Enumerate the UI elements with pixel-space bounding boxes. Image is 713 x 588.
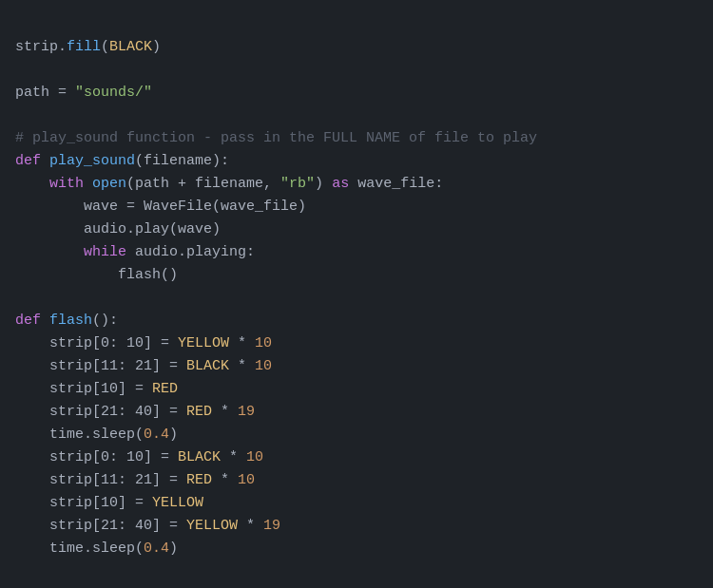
code-line: strip[10] = RED bbox=[15, 378, 698, 401]
code-token: YELLOW bbox=[178, 335, 229, 351]
code-token: strip[21: 40] = bbox=[15, 518, 186, 534]
code-token: 19 bbox=[238, 404, 255, 420]
code-token: BLACK bbox=[109, 39, 152, 55]
code-token: ) bbox=[152, 39, 161, 55]
code-token: (filename): bbox=[135, 153, 229, 169]
code-token: strip[10] = bbox=[15, 495, 152, 511]
code-line: while audio.playing: bbox=[15, 241, 698, 264]
code-line: with open(path + filename, "rb") as wave… bbox=[15, 173, 698, 196]
code-token: wave_file: bbox=[349, 176, 443, 192]
code-token bbox=[41, 313, 49, 329]
code-line bbox=[15, 104, 698, 127]
code-line: # play_sound function - pass in the FULL… bbox=[15, 127, 698, 150]
code-line: strip[21: 40] = YELLOW * 19 bbox=[15, 515, 698, 538]
code-token: * bbox=[229, 335, 255, 351]
code-token: (path + filename, bbox=[126, 176, 280, 192]
code-token: * bbox=[229, 358, 255, 374]
code-token: "rb" bbox=[280, 176, 315, 192]
code-token: RED bbox=[186, 404, 212, 420]
code-token: YELLOW bbox=[152, 495, 203, 511]
code-token: strip[11: 21] = bbox=[15, 358, 186, 374]
code-token: 10 bbox=[246, 449, 263, 465]
code-token: (): bbox=[92, 313, 118, 329]
code-token: play_sound bbox=[49, 153, 135, 169]
code-token: RED bbox=[186, 472, 212, 488]
code-token: audio.playing: bbox=[126, 244, 255, 260]
code-line: def flash(): bbox=[15, 310, 698, 332]
code-token: RED bbox=[152, 381, 178, 397]
code-line: strip[11: 21] = BLACK * 10 bbox=[15, 355, 698, 378]
code-token: 10 bbox=[255, 358, 272, 374]
code-token: wave = WaveFile(wave_file) bbox=[15, 199, 306, 215]
code-line: time.sleep(0.4) bbox=[15, 424, 698, 446]
code-token: . bbox=[58, 39, 67, 55]
code-line bbox=[15, 59, 698, 82]
code-token: * bbox=[212, 404, 238, 420]
code-token: ) bbox=[169, 427, 178, 443]
code-line: wave = WaveFile(wave_file) bbox=[15, 196, 698, 218]
code-token: BLACK bbox=[178, 449, 221, 465]
code-token: 19 bbox=[263, 518, 280, 534]
code-token: strip[11: 21] = bbox=[15, 472, 186, 488]
code-line: time.sleep(0.4) bbox=[15, 538, 698, 560]
code-token: "sounds/" bbox=[75, 85, 152, 101]
code-token: strip bbox=[15, 39, 58, 55]
code-token: flash() bbox=[15, 267, 178, 283]
code-token: 10 bbox=[238, 472, 255, 488]
code-token bbox=[15, 176, 49, 192]
code-token: def bbox=[15, 153, 41, 169]
code-token: time.sleep( bbox=[15, 427, 144, 443]
code-line: audio.play(wave) bbox=[15, 218, 698, 241]
code-token bbox=[41, 153, 49, 169]
code-token: while bbox=[84, 244, 126, 260]
code-line: strip[0: 10] = BLACK * 10 bbox=[15, 446, 698, 469]
code-token: # play_sound function - pass in the FULL… bbox=[15, 130, 537, 146]
code-token: 0.4 bbox=[144, 541, 169, 557]
code-token: as bbox=[332, 176, 349, 192]
code-token: strip[0: 10] = bbox=[15, 449, 178, 465]
code-token: ( bbox=[101, 39, 109, 55]
code-line: flash() bbox=[15, 264, 698, 287]
code-token: YELLOW bbox=[186, 518, 238, 534]
code-token: ) bbox=[169, 541, 178, 557]
code-editor: strip.fill(BLACK) path = "sounds/" # pla… bbox=[0, 9, 713, 564]
code-token: * bbox=[238, 518, 263, 534]
code-line: strip[21: 40] = RED * 19 bbox=[15, 401, 698, 424]
code-token: def bbox=[15, 313, 41, 329]
code-token: path bbox=[15, 85, 49, 101]
code-token: open bbox=[92, 176, 126, 192]
code-line: strip[11: 21] = RED * 10 bbox=[15, 469, 698, 492]
code-token: ) bbox=[315, 176, 332, 192]
code-token: with bbox=[49, 176, 84, 192]
code-token: strip[21: 40] = bbox=[15, 404, 186, 420]
code-token bbox=[15, 244, 84, 260]
code-token: * bbox=[221, 449, 246, 465]
code-line: def play_sound(filename): bbox=[15, 150, 698, 173]
code-token: 10 bbox=[255, 335, 272, 351]
code-token: flash bbox=[49, 313, 92, 329]
code-token: time.sleep( bbox=[15, 541, 144, 557]
code-line: strip[0: 10] = YELLOW * 10 bbox=[15, 332, 698, 355]
code-token: fill bbox=[67, 39, 101, 55]
code-token bbox=[84, 176, 92, 192]
code-token: 0.4 bbox=[144, 427, 169, 443]
code-token: BLACK bbox=[186, 358, 229, 374]
code-line: path = "sounds/" bbox=[15, 82, 698, 104]
code-line bbox=[15, 287, 698, 310]
code-line: strip[10] = YELLOW bbox=[15, 492, 698, 515]
code-token: strip[10] = bbox=[15, 381, 152, 397]
code-line: strip.fill(BLACK) bbox=[15, 36, 698, 59]
code-token: * bbox=[212, 472, 238, 488]
code-token: strip[0: 10] = bbox=[15, 335, 178, 351]
code-token: = bbox=[49, 85, 75, 101]
code-token: audio.play(wave) bbox=[15, 221, 221, 237]
